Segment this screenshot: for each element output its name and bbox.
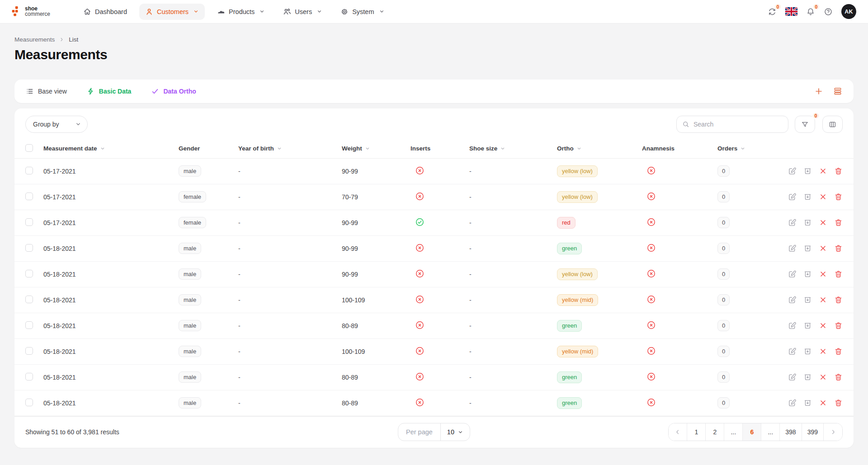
x-icon <box>819 347 827 356</box>
edit-icon <box>788 218 797 227</box>
delete-button[interactable] <box>834 167 843 175</box>
sort-chevron-icon[interactable] <box>277 146 282 151</box>
remove-button[interactable] <box>819 373 827 381</box>
add-view-button[interactable] <box>814 87 823 96</box>
gender-badge: male <box>179 397 201 409</box>
remove-button[interactable] <box>819 193 827 201</box>
delete-button[interactable] <box>834 347 843 356</box>
nav-dashboard[interactable]: Dashboard <box>77 4 133 20</box>
page-button-1[interactable]: 1 <box>687 423 706 441</box>
edit-button[interactable] <box>788 270 797 278</box>
page-button-399[interactable]: 399 <box>802 423 824 441</box>
remove-button[interactable] <box>819 321 827 330</box>
page-button-2[interactable]: 2 <box>706 423 724 441</box>
edit-button[interactable] <box>788 347 797 356</box>
sort-chevron-icon[interactable] <box>740 146 745 151</box>
row-checkbox[interactable] <box>25 218 33 226</box>
remove-button[interactable] <box>819 399 827 407</box>
circle-x-icon <box>415 295 425 304</box>
help-button[interactable] <box>824 7 833 16</box>
row-checkbox[interactable] <box>25 373 33 380</box>
avatar[interactable]: AK <box>841 4 856 19</box>
remove-button[interactable] <box>819 218 827 227</box>
header-ortho: Ortho <box>557 145 574 152</box>
edit-button[interactable] <box>788 167 797 175</box>
nav-system[interactable]: System <box>335 4 390 20</box>
sort-chevron-icon[interactable] <box>576 146 582 151</box>
archive-button[interactable] <box>803 347 812 356</box>
x-icon <box>819 167 827 175</box>
page-ellipsis[interactable]: ... <box>761 423 780 441</box>
measurement-date: 05-18-2021 <box>43 296 76 304</box>
page-button-6-active[interactable]: 6 <box>743 423 761 441</box>
edit-button[interactable] <box>788 321 797 330</box>
main-nav: Dashboard Customers Products Users Syste… <box>77 4 391 20</box>
delete-button[interactable] <box>834 270 843 278</box>
page-button-398[interactable]: 398 <box>780 423 802 441</box>
row-checkbox[interactable] <box>25 321 33 329</box>
archive-button[interactable] <box>803 296 812 304</box>
next-page-button[interactable] <box>824 423 842 441</box>
notifications-button[interactable]: 0 <box>806 7 815 16</box>
archive-button[interactable] <box>803 373 812 381</box>
search-input[interactable] <box>693 121 783 128</box>
delete-button[interactable] <box>834 321 843 330</box>
tab-data-ortho[interactable]: Data Ortho <box>151 87 196 95</box>
select-all-checkbox[interactable] <box>25 144 33 152</box>
nav-products[interactable]: Products <box>211 4 271 20</box>
archive-button[interactable] <box>803 270 812 278</box>
delete-button[interactable] <box>834 218 843 227</box>
archive-button[interactable] <box>803 399 812 407</box>
nav-users[interactable]: Users <box>277 4 328 20</box>
topbar-right: 0 0 AK <box>768 4 856 19</box>
delete-button[interactable] <box>834 244 843 253</box>
edit-button[interactable] <box>788 193 797 201</box>
archive-icon <box>803 321 812 330</box>
brand-logo[interactable]: shoe commerce <box>12 6 50 17</box>
breadcrumb-measurements[interactable]: Measurements <box>14 36 55 43</box>
row-checkbox[interactable] <box>25 399 33 406</box>
row-checkbox[interactable] <box>25 296 33 303</box>
nav-customers[interactable]: Customers <box>139 4 205 20</box>
remove-button[interactable] <box>819 296 827 304</box>
archive-button[interactable] <box>803 218 812 227</box>
sort-chevron-icon[interactable] <box>365 146 370 151</box>
filter-button[interactable]: 0 <box>795 116 815 133</box>
edit-button[interactable] <box>788 244 797 253</box>
uk-flag-icon[interactable] <box>785 7 797 16</box>
sort-chevron-icon[interactable] <box>500 146 505 151</box>
prev-page-button[interactable] <box>669 423 687 441</box>
delete-button[interactable] <box>834 193 843 201</box>
archive-button[interactable] <box>803 321 812 330</box>
tab-basic-data[interactable]: Basic Data <box>87 87 132 95</box>
row-checkbox[interactable] <box>25 347 33 355</box>
remove-button[interactable] <box>819 347 827 356</box>
archive-button[interactable] <box>803 167 812 175</box>
row-checkbox[interactable] <box>25 167 33 174</box>
remove-button[interactable] <box>819 244 827 253</box>
breadcrumb-list[interactable]: List <box>69 36 78 43</box>
remove-button[interactable] <box>819 270 827 278</box>
delete-button[interactable] <box>834 296 843 304</box>
row-density-button[interactable] <box>833 87 842 96</box>
archive-icon <box>803 193 812 201</box>
tab-base-view[interactable]: Base view <box>26 87 67 95</box>
page-ellipsis[interactable]: ... <box>724 423 743 441</box>
remove-button[interactable] <box>819 167 827 175</box>
row-checkbox[interactable] <box>25 193 33 200</box>
row-checkbox[interactable] <box>25 244 33 252</box>
columns-button[interactable] <box>822 116 843 133</box>
delete-button[interactable] <box>834 399 843 407</box>
per-page-select[interactable]: 10 <box>441 423 470 441</box>
sort-chevron-icon[interactable] <box>100 146 105 151</box>
archive-button[interactable] <box>803 193 812 201</box>
edit-button[interactable] <box>788 218 797 227</box>
archive-button[interactable] <box>803 244 812 253</box>
edit-button[interactable] <box>788 296 797 304</box>
edit-button[interactable] <box>788 399 797 407</box>
sync-button[interactable]: 0 <box>768 7 777 16</box>
edit-button[interactable] <box>788 373 797 381</box>
delete-button[interactable] <box>834 373 843 381</box>
row-checkbox[interactable] <box>25 270 33 277</box>
group-by-select[interactable]: Group by <box>25 116 88 133</box>
